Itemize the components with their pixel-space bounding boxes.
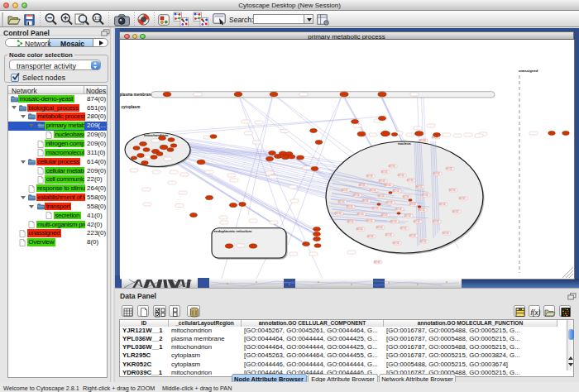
svg-text:GO:00: GO:00 bbox=[398, 174, 404, 177]
svg-text:GO:00: GO:00 bbox=[419, 139, 426, 142]
svg-text:GO:00: GO:00 bbox=[356, 227, 363, 231]
svg-text:GO:00: GO:00 bbox=[366, 219, 373, 222]
svg-text:GO:00: GO:00 bbox=[433, 172, 440, 175]
svg-text:GO:00: GO:00 bbox=[338, 200, 345, 203]
svg-text:GO:00: GO:00 bbox=[400, 227, 407, 230]
svg-text:GO:00: GO:00 bbox=[359, 184, 366, 187]
svg-text:GO:00: GO:00 bbox=[407, 179, 414, 182]
svg-text:GO:00: GO:00 bbox=[386, 201, 393, 204]
svg-text:GO:00: GO:00 bbox=[335, 212, 342, 215]
svg-text:GO:00: GO:00 bbox=[409, 234, 416, 237]
svg-text:GO:00: GO:00 bbox=[374, 261, 380, 264]
svg-text:GO:00: GO:00 bbox=[342, 189, 348, 192]
svg-text:GO:00: GO:00 bbox=[372, 207, 379, 210]
svg-text:GO:00: GO:00 bbox=[420, 240, 427, 243]
svg-text:GO:00: GO:00 bbox=[347, 220, 354, 223]
svg-text:GO:00: GO:00 bbox=[362, 199, 369, 203]
svg-text:nucleus: nucleus bbox=[398, 141, 411, 146]
svg-text:f(x): f(x) bbox=[530, 308, 540, 317]
svg-text:GO:00: GO:00 bbox=[381, 213, 388, 217]
svg-text:GO:00: GO:00 bbox=[381, 170, 388, 174]
svg-text:GO:00: GO:00 bbox=[443, 232, 449, 235]
svg-text:GO:00: GO:00 bbox=[390, 220, 397, 223]
svg-text:GO:00: GO:00 bbox=[439, 203, 446, 206]
svg-text:GO:00: GO:00 bbox=[389, 165, 395, 168]
svg-text:GO:00: GO:00 bbox=[459, 197, 466, 200]
svg-text:GO:00: GO:00 bbox=[357, 213, 364, 216]
svg-text:GO:00: GO:00 bbox=[366, 174, 373, 178]
svg-text:GO:00: GO:00 bbox=[422, 194, 428, 197]
svg-text:GO:00: GO:00 bbox=[449, 189, 456, 192]
svg-text:GO:00: GO:00 bbox=[414, 220, 420, 223]
svg-text:GO:00: GO:00 bbox=[347, 205, 353, 208]
svg-text:GO:00: GO:00 bbox=[433, 220, 439, 223]
svg-text:GO:00: GO:00 bbox=[403, 195, 409, 198]
svg-text:plasma membrane: plasma membrane bbox=[120, 93, 154, 97]
svg-text:GO:00: GO:00 bbox=[378, 194, 385, 198]
svg-text:cytoplasm: cytoplasm bbox=[122, 105, 141, 109]
svg-text:GO:00: GO:00 bbox=[395, 208, 402, 211]
svg-text:GO:00: GO:00 bbox=[385, 184, 391, 187]
svg-text:GO:00: GO:00 bbox=[367, 235, 374, 238]
svg-text:GO:00: GO:00 bbox=[393, 241, 400, 245]
svg-text:GO:00: GO:00 bbox=[416, 185, 423, 189]
svg-text:GO:00: GO:00 bbox=[419, 208, 425, 212]
svg-text:GO:00: GO:00 bbox=[376, 226, 383, 229]
svg-text:GO:00: GO:00 bbox=[353, 194, 360, 197]
svg-text:GO:00: GO:00 bbox=[404, 214, 411, 218]
svg-text:mitochondrion: mitochondrion bbox=[144, 133, 169, 137]
svg-text:1:1: 1:1 bbox=[94, 16, 101, 21]
svg-text:GO:00: GO:00 bbox=[452, 210, 459, 213]
svg-text:unassigned: unassigned bbox=[519, 69, 538, 73]
svg-text:GO:00: GO:00 bbox=[446, 167, 452, 170]
svg-text:GO:00: GO:00 bbox=[393, 189, 400, 193]
svg-text:GO:00: GO:00 bbox=[370, 189, 376, 192]
svg-text:endoplasmic reticulum: endoplasmic reticulum bbox=[214, 229, 252, 233]
svg-text:GO:00: GO:00 bbox=[379, 179, 385, 183]
svg-text:GO:00: GO:00 bbox=[409, 203, 416, 206]
svg-text:GO:00: GO:00 bbox=[385, 233, 392, 237]
